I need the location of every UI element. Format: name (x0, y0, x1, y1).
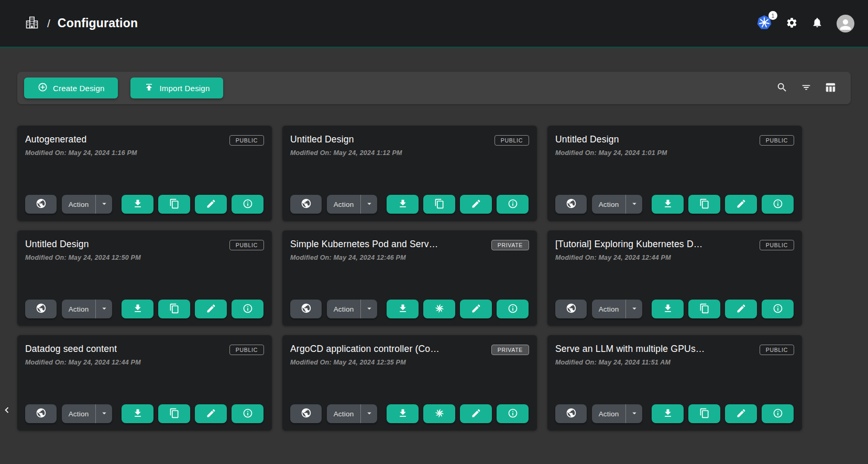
search-icon (776, 82, 788, 95)
publish-globe-button[interactable] (555, 195, 587, 214)
clone-button[interactable] (688, 300, 720, 318)
design-swirl-button[interactable] (423, 300, 455, 318)
notifications-button[interactable] (811, 17, 823, 30)
download-button[interactable] (652, 404, 684, 423)
edit-button[interactable] (725, 404, 757, 423)
info-button[interactable] (762, 300, 794, 318)
publish-globe-button[interactable] (25, 404, 57, 423)
publish-globe-button[interactable] (290, 404, 322, 423)
download-button[interactable] (387, 404, 419, 423)
action-dropdown-toggle[interactable] (95, 404, 112, 423)
action-split-button: Action (327, 300, 377, 318)
card-spacer (555, 261, 794, 300)
info-button[interactable] (497, 300, 529, 318)
info-button[interactable] (232, 404, 263, 423)
info-button[interactable] (762, 195, 794, 214)
create-design-button[interactable]: Create Design (24, 78, 118, 98)
info-icon (508, 198, 518, 211)
settings-gear-icon (786, 17, 798, 30)
action-dropdown-toggle[interactable] (625, 404, 642, 423)
info-button[interactable] (497, 195, 529, 214)
design-card: Datadog seed content PUBLIC Modified On:… (17, 335, 272, 430)
visibility-badge: PUBLIC (495, 135, 529, 146)
action-split-button: Action (592, 300, 642, 318)
edit-button[interactable] (460, 195, 492, 214)
card-actions: Action (25, 300, 264, 318)
clone-button[interactable] (158, 300, 190, 318)
action-button[interactable]: Action (592, 195, 625, 214)
download-button[interactable] (122, 404, 153, 423)
copy-icon (169, 303, 180, 315)
edit-pencil-icon (736, 303, 746, 315)
info-button[interactable] (232, 300, 263, 318)
modified-on-label: Modified On: May 24, 2024 12:44 PM (555, 254, 794, 261)
edit-button[interactable] (460, 404, 492, 423)
action-button[interactable]: Action (62, 300, 95, 318)
action-button[interactable]: Action (327, 404, 360, 423)
cluster-count-badge: 1 (768, 11, 777, 20)
action-dropdown-toggle[interactable] (360, 195, 377, 214)
action-dropdown-toggle[interactable] (95, 195, 112, 214)
action-button[interactable]: Action (62, 195, 95, 214)
design-swirl-button[interactable] (423, 404, 455, 423)
edit-pencil-icon (206, 408, 216, 420)
globe-public-icon (301, 407, 312, 420)
download-button[interactable] (122, 195, 153, 214)
chevron-down-icon (100, 408, 109, 419)
download-icon (398, 303, 408, 315)
info-button[interactable] (762, 404, 794, 423)
table-view-button[interactable] (823, 81, 837, 96)
publish-globe-button[interactable] (290, 195, 322, 214)
import-design-button[interactable]: Import Design (130, 78, 223, 98)
sidebar-collapse-toggle[interactable] (0, 402, 14, 419)
download-icon (663, 408, 673, 420)
clone-button[interactable] (688, 404, 720, 423)
card-actions: Action (25, 195, 264, 214)
user-avatar[interactable] (837, 15, 854, 32)
action-button[interactable]: Action (592, 404, 625, 423)
settings-button[interactable] (786, 17, 798, 30)
download-button[interactable] (652, 195, 684, 214)
edit-pencil-icon (736, 408, 746, 420)
edit-pencil-icon (471, 408, 481, 420)
edit-button[interactable] (725, 300, 757, 318)
publish-globe-button[interactable] (555, 300, 587, 318)
action-dropdown-toggle[interactable] (360, 404, 377, 423)
clone-button[interactable] (158, 195, 190, 214)
action-button[interactable]: Action (62, 404, 95, 423)
clone-button[interactable] (688, 195, 720, 214)
info-icon (773, 198, 783, 211)
action-button[interactable]: Action (327, 195, 360, 214)
edit-button[interactable] (460, 300, 492, 318)
copy-icon (169, 198, 180, 211)
download-button[interactable] (387, 195, 419, 214)
edit-button[interactable] (725, 195, 757, 214)
filter-button[interactable] (799, 81, 813, 96)
edit-button[interactable] (195, 404, 227, 423)
action-button[interactable]: Action (327, 300, 360, 318)
page-title: Configuration (58, 16, 138, 30)
kubernetes-context-button[interactable]: 1 (756, 15, 772, 32)
publish-globe-button[interactable] (25, 300, 57, 318)
clone-button[interactable] (423, 195, 455, 214)
action-dropdown-toggle[interactable] (95, 300, 112, 318)
clone-button[interactable] (158, 404, 190, 423)
download-button[interactable] (652, 300, 684, 318)
download-button[interactable] (387, 300, 419, 318)
action-dropdown-toggle[interactable] (360, 300, 377, 318)
edit-button[interactable] (195, 195, 227, 214)
copy-icon (699, 408, 710, 420)
filter-icon (800, 82, 812, 95)
search-button[interactable] (775, 81, 789, 96)
edit-button[interactable] (195, 300, 227, 318)
action-button[interactable]: Action (592, 300, 625, 318)
info-button[interactable] (497, 404, 529, 423)
download-button[interactable] (122, 300, 153, 318)
publish-globe-button[interactable] (290, 300, 322, 318)
card-spacer (25, 366, 264, 404)
action-dropdown-toggle[interactable] (625, 195, 642, 214)
action-dropdown-toggle[interactable] (625, 300, 642, 318)
publish-globe-button[interactable] (25, 195, 57, 214)
publish-globe-button[interactable] (555, 404, 587, 423)
info-button[interactable] (232, 195, 263, 214)
